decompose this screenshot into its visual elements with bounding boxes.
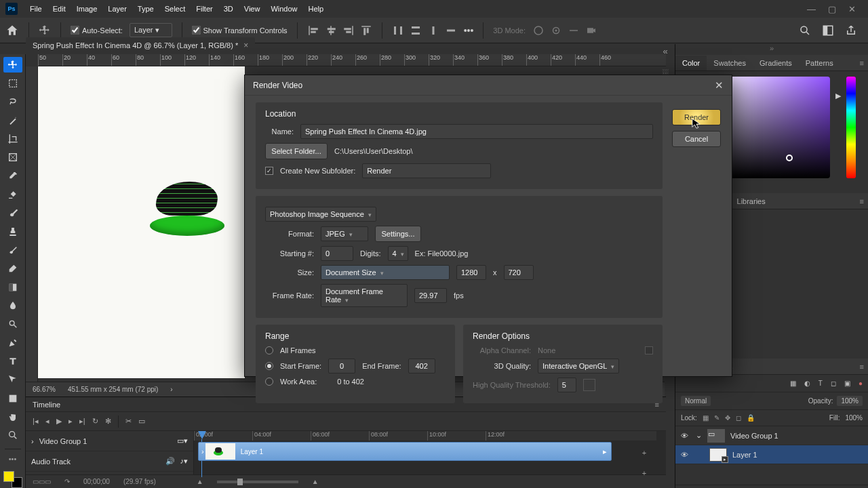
layers-panel-menu-icon[interactable]: ≡ [856, 363, 868, 371]
expand-group-icon[interactable]: ⌄ [696, 431, 702, 440]
menu-edit[interactable]: Edit [47, 2, 71, 16]
align-top-icon[interactable] [360, 24, 372, 37]
filter-dot-icon[interactable]: ● [859, 380, 863, 387]
adobe-encoder-select[interactable]: Photoshop Image Sequence [265, 207, 376, 222]
distribute-4-icon[interactable] [445, 24, 457, 37]
time-ruler[interactable]: 02:00f 04:00f 06:00f 08:00f 10:00f 12:00… [194, 431, 666, 441]
create-subfolder-checkbox[interactable]: ✓ [265, 167, 273, 175]
loop-icon[interactable]: ↻ [92, 417, 98, 426]
home-icon[interactable] [5, 24, 19, 37]
shape-tool[interactable] [3, 390, 22, 406]
tab-libraries[interactable]: Libraries [730, 194, 772, 209]
marquee-tool[interactable] [3, 75, 22, 91]
add-audio-track-icon[interactable]: + [637, 464, 651, 483]
tab-color[interactable]: Color [675, 56, 707, 70]
gradient-tool[interactable] [3, 279, 22, 295]
play-icon[interactable]: ▶ [56, 417, 62, 426]
maximize-icon[interactable]: ▢ [828, 4, 836, 14]
distribute-1-icon[interactable] [392, 24, 404, 37]
history-brush-tool[interactable] [3, 242, 22, 258]
document-tab[interactable]: Spring Push Effect In Cinema 4D @ 66.7% … [26, 37, 255, 54]
visibility-icon[interactable]: 👁 [681, 432, 690, 440]
height-input[interactable]: 720 [504, 265, 534, 280]
work-area-radio[interactable] [265, 378, 273, 386]
add-video-track-icon[interactable]: + [637, 443, 651, 462]
brush-tool[interactable] [3, 205, 22, 221]
timeline-render-icon[interactable]: ↷ [64, 478, 70, 485]
filter-pixel-icon[interactable]: ▦ [790, 380, 796, 387]
menu-type[interactable]: Type [132, 2, 159, 16]
timeline-settings-icon[interactable]: ✻ [105, 417, 111, 426]
picker-arrow-icon[interactable]: ▶ [835, 92, 841, 100]
color-swatches[interactable] [3, 471, 22, 488]
lock-position-icon[interactable]: ✥ [725, 414, 730, 422]
mute-icon[interactable]: 🔊 [165, 457, 175, 466]
audio-note-icon[interactable]: ♪▾ [180, 457, 189, 466]
opacity-input[interactable]: 100% [837, 396, 863, 406]
crop-tool[interactable] [3, 131, 22, 146]
color-panel-menu-icon[interactable]: ≡ [856, 59, 868, 67]
align-center-h-icon[interactable] [325, 24, 337, 37]
starting-input[interactable]: 0 [321, 246, 353, 261]
dialog-close-icon[interactable]: ✕ [715, 79, 724, 92]
tab-gradients[interactable]: Gradients [753, 56, 799, 70]
timeline-scrollbar[interactable] [656, 431, 666, 461]
share-icon[interactable] [845, 24, 857, 37]
prev-frame-icon[interactable]: ◂ [45, 417, 50, 426]
align-right-icon[interactable] [342, 24, 355, 37]
move-tool[interactable] [3, 57, 22, 73]
width-input[interactable]: 1280 [456, 265, 486, 280]
layer-video-group[interactable]: 👁 ⌄ ▭ Video Group 1 [675, 426, 868, 445]
lock-all-icon[interactable]: 🔒 [747, 414, 755, 422]
goto-end-icon[interactable]: ▸| [79, 417, 85, 426]
lock-transparency-icon[interactable]: ▦ [703, 414, 709, 422]
quality-select[interactable]: Interactive OpenGL [538, 359, 619, 373]
format-select[interactable]: JPEG [321, 226, 368, 241]
menu-image[interactable]: Image [71, 2, 103, 16]
all-frames-radio[interactable] [265, 346, 273, 354]
timeline-zoom-slider[interactable] [217, 481, 298, 483]
edit-toolbar-icon[interactable]: ••• [9, 455, 17, 463]
menu-filter[interactable]: Filter [191, 2, 218, 16]
video-group-track[interactable]: › Video Group 1 ▭▾ [26, 431, 193, 451]
close-icon[interactable]: ✕ [848, 4, 856, 14]
wand-tool[interactable] [3, 113, 22, 128]
align-left-icon[interactable] [307, 24, 319, 37]
menu-window[interactable]: Window [265, 2, 302, 16]
split-clip-icon[interactable]: ✂ [125, 417, 132, 426]
menu-view[interactable]: View [239, 2, 266, 16]
fill-input[interactable]: 100% [845, 414, 863, 422]
dock-expand-icon[interactable]: « [663, 46, 667, 56]
next-frame-icon[interactable]: ▸ [68, 417, 73, 426]
auto-select-mode[interactable]: Layer ▾ [130, 23, 172, 37]
select-folder-button[interactable]: Select Folder... [265, 143, 328, 159]
show-transform-checkbox[interactable]: Show Transform Controls [192, 26, 288, 35]
start-frame-input[interactable]: 0 [328, 359, 355, 373]
type-tool[interactable] [3, 353, 22, 369]
audio-track[interactable]: Audio Track 🔊 ♪▾ [26, 451, 193, 472]
eraser-tool[interactable] [3, 261, 22, 277]
end-frame-input[interactable]: 402 [408, 359, 435, 373]
hand-tool[interactable] [3, 409, 22, 424]
eyedropper-tool[interactable] [3, 168, 22, 184]
cancel-button[interactable]: Cancel [672, 131, 721, 147]
path-tool[interactable] [3, 372, 22, 388]
workspace-icon[interactable] [822, 24, 834, 37]
video-clip[interactable]: › Layer 1 ▸ [198, 442, 612, 461]
size-select[interactable]: Document Size [321, 265, 450, 280]
framerate-select[interactable]: Document Frame Rate [321, 284, 408, 307]
zoom-in-icon[interactable]: ▲ [312, 478, 319, 485]
filter-type-icon[interactable]: T [818, 380, 823, 387]
zoom-out-icon[interactable]: ▲ [197, 478, 203, 485]
digits-select[interactable]: 4 [388, 246, 408, 261]
layer-layer1[interactable]: 👁 ▸ Layer 1 [675, 445, 868, 464]
zoom-level[interactable]: 66.67% [33, 386, 56, 393]
menu-select[interactable]: Select [159, 2, 191, 16]
start-frame-radio[interactable] [265, 362, 273, 370]
auto-select-checkbox[interactable]: Auto-Select: [71, 26, 123, 35]
distribute-2-icon[interactable] [410, 24, 422, 37]
lock-artboard-icon[interactable]: ◻ [736, 414, 741, 422]
distribute-3-icon[interactable] [427, 24, 439, 37]
dodge-tool[interactable] [3, 317, 22, 332]
healing-tool[interactable] [3, 186, 22, 202]
